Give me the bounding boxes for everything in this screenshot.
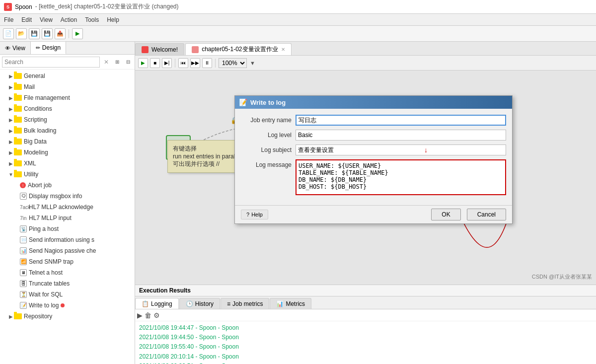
dialog-ok-cancel: OK Cancel	[431, 209, 506, 220]
menu-file[interactable]: File	[0, 14, 17, 25]
exec-tab-metrics[interactable]: 📊 Metrics	[270, 298, 311, 309]
tree-arrow-utility: ▼	[8, 172, 14, 177]
menu-tools[interactable]: Tools	[81, 14, 103, 25]
tree-item-big-data[interactable]: ▶ Big Data	[0, 136, 135, 147]
tree-item-mail[interactable]: ▶ Mail	[0, 81, 135, 92]
tree-item-truncate[interactable]: 🗄 Truncate tables	[0, 278, 135, 289]
rewind-button[interactable]: ⏮	[178, 58, 188, 68]
tree-item-write-to-log[interactable]: 📝 Write to log	[0, 300, 135, 311]
tree-item-modeling[interactable]: ▶ Modeling	[0, 147, 135, 158]
log-entry-2[interactable]: 2021/10/08 19:44:50 - Spoon - Spoon	[139, 333, 592, 342]
tab-view[interactable]: 👁 View	[0, 42, 31, 54]
search-expand-button[interactable]: ⊞	[113, 58, 122, 67]
tree-arrow-repository: ▶	[8, 314, 14, 319]
tree-item-send-info[interactable]: 📨 Send information using s	[0, 234, 135, 245]
search-bar: ✕ ⊞ ⊟	[0, 55, 135, 70]
tree-item-general[interactable]: ▶ General	[0, 71, 135, 81]
menu-view[interactable]: View	[36, 14, 57, 25]
tree-item-bulk-loading[interactable]: ▶ Bulk loading	[0, 125, 135, 136]
tree-label-wait-sql: Wait for SQL	[29, 291, 63, 298]
job-entry-name-input[interactable]	[296, 115, 506, 126]
toolbar-new[interactable]: 📄	[3, 28, 14, 39]
menu-edit[interactable]: Edit	[17, 14, 36, 25]
menubar: File Edit View Action Tools Help	[0, 14, 596, 26]
tree-item-wait-sql[interactable]: ⏳ Wait for SQL	[0, 289, 135, 300]
log-level-input[interactable]	[296, 130, 506, 141]
tree-item-display-msgbox[interactable]: 🗨 Display msgbox info	[0, 191, 135, 202]
toolbar-open[interactable]: 📂	[16, 28, 27, 39]
step-button[interactable]: ▶|	[162, 58, 172, 68]
log-entry-5[interactable]: 2021/10/08 20:23:51 - Spoon - Spoon	[139, 362, 592, 364]
tree-label-truncate: Truncate tables	[29, 280, 70, 287]
wait-sql-icon: ⏳	[20, 291, 27, 298]
toolbar-save[interactable]: 💾	[29, 28, 40, 39]
tree-item-scripting[interactable]: ▶ Scripting	[0, 114, 135, 125]
canvas-toolbar-sep2	[215, 59, 216, 68]
exec-tab-history[interactable]: 🕒 History	[179, 298, 220, 309]
dialog-buttons-row: ? Help OK Cancel	[235, 205, 512, 223]
welcome-tab-icon	[142, 46, 149, 53]
tree-item-abort-job[interactable]: ! Abort job	[0, 180, 135, 191]
ping-icon: 📡	[20, 225, 27, 232]
truncate-icon: 🗄	[20, 280, 27, 287]
tree-item-send-nagios[interactable]: 📊 Send Nagios passive che	[0, 245, 135, 256]
dialog-title: 📝 Write to log	[235, 96, 512, 109]
tree-item-utility[interactable]: ▼ Utility	[0, 169, 135, 180]
left-panel: 👁 View ✏ Design ✕ ⊞ ⊟ ▶ General	[0, 42, 135, 364]
tab-chapter05[interactable]: chapter05-1-02变量设置作业 ✕	[185, 43, 291, 55]
tree-label-file-mgmt: File management	[24, 94, 70, 101]
folder-icon-bulk-loading	[14, 128, 22, 134]
tree-item-send-snmp[interactable]: 📶 Send SNMP trap	[0, 256, 135, 267]
menu-help[interactable]: Help	[103, 14, 123, 25]
log-entry-3[interactable]: 2021/10/08 19:55:40 - Spoon - Spoon	[139, 342, 592, 352]
tab-chapter05-close[interactable]: ✕	[281, 47, 285, 52]
forward-button[interactable]: ▶▶	[190, 58, 200, 68]
exec-tab-job-metrics[interactable]: ≡ Job metrics	[221, 298, 269, 309]
log-entry-4[interactable]: 2021/10/08 20:10:14 - Spoon - Spoon	[139, 352, 592, 362]
search-collapse-button[interactable]: ⊟	[124, 58, 133, 67]
tree-item-repository[interactable]: ▶ Repository	[0, 311, 135, 322]
log-message-textarea[interactable]: USER_NAME: ${USER_NAME} TABLE_NAME: ${TA…	[296, 159, 506, 195]
run-button[interactable]: ▶	[138, 58, 148, 68]
tree-label-modeling: Modeling	[24, 149, 48, 156]
toolbar-run[interactable]: ▶	[72, 28, 83, 39]
pause-button[interactable]: ⏸	[202, 58, 212, 68]
search-clear-button[interactable]: ✕	[102, 58, 111, 67]
tree-item-file-mgmt[interactable]: ▶ File management	[0, 92, 135, 103]
tree-item-hl7-ack[interactable]: 7ack HL7 MLLP acknowledge	[0, 202, 135, 213]
log-subject-input[interactable]	[296, 145, 506, 155]
log-entry-1[interactable]: 2021/10/08 19:44:47 - Spoon - Spoon	[139, 323, 592, 333]
toolbar-export[interactable]: 📤	[55, 28, 66, 39]
canvas-area[interactable]: ✓ ✓ ✓ ✓ ✓	[135, 71, 596, 285]
tree-item-ping-host[interactable]: 📡 Ping a host	[0, 223, 135, 234]
tree-arrow-big-data: ▶	[8, 139, 14, 145]
folder-icon-file-mgmt	[14, 95, 22, 101]
exec-tab-logging[interactable]: 📋 Logging	[135, 298, 179, 309]
form-row-log-level: Log level	[241, 130, 506, 141]
tree-item-telnet[interactable]: 🖥 Telnet a host	[0, 267, 135, 278]
canvas-toolbar: ▶ ■ ▶| ⏮ ▶▶ ⏸ 100% 75% 150% ▼	[135, 56, 596, 71]
dialog-ok-button[interactable]: OK	[431, 209, 460, 220]
search-input[interactable]	[2, 57, 100, 68]
zoom-select[interactable]: 100% 75% 150%	[219, 58, 247, 68]
toolbar-save2[interactable]: 💾	[42, 28, 53, 39]
help-label: Help	[251, 212, 263, 218]
folder-icon-scripting	[14, 117, 22, 123]
dialog-cancel-button[interactable]: Cancel	[467, 209, 506, 220]
tree-label-scripting: Scripting	[24, 116, 47, 123]
tree-item-xml[interactable]: ▶ XML	[0, 158, 135, 169]
exec-tabs: 📋 Logging 🕒 History ≡ Job metrics 📊 Metr…	[135, 296, 596, 309]
tree-item-conditions[interactable]: ▶ Conditions	[0, 103, 135, 114]
tab-design[interactable]: ✏ Design	[31, 42, 66, 54]
tree-item-hl7-input[interactable]: 7in HL7 MLLP input	[0, 213, 135, 223]
exec-play-btn[interactable]: ▶	[137, 311, 143, 319]
canvas-toolbar-sep1	[175, 59, 175, 68]
menu-action[interactable]: Action	[57, 14, 81, 25]
exec-settings-btn[interactable]: ⚙	[153, 311, 160, 319]
send-info-icon: 📨	[20, 236, 27, 243]
dialog-help-button[interactable]: ? Help	[241, 210, 268, 219]
msgbox-icon: 🗨	[20, 193, 27, 200]
tab-welcome[interactable]: Welcome!	[135, 43, 184, 55]
exec-clear-btn[interactable]: 🗑	[145, 311, 151, 319]
stop-button[interactable]: ■	[150, 58, 160, 68]
